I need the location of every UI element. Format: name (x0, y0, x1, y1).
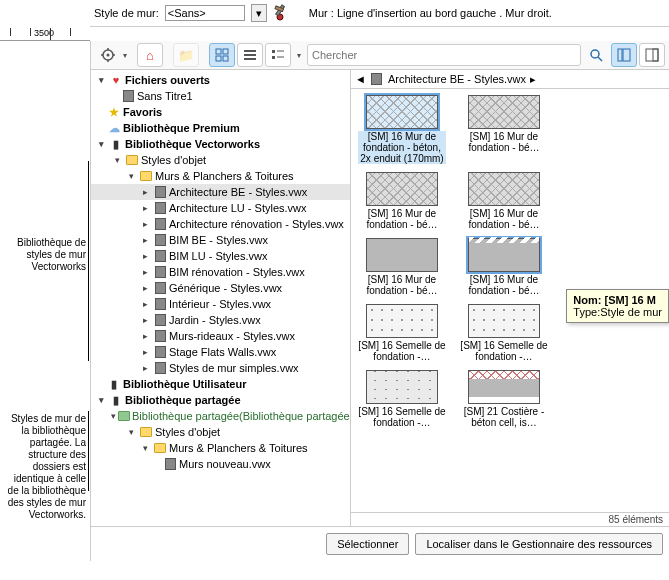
tree-vw-library[interactable]: ▾▮Bibliothèque Vectorworks (91, 136, 350, 152)
toggle-tree-button[interactable] (611, 43, 637, 67)
thumbnail[interactable]: [SM] 16 Mur de fondation - bé… (459, 95, 549, 164)
resource-browser: ▾ ⌂ 📁 ▾ (90, 41, 669, 561)
locate-button[interactable]: Localiser dans le Gestionnaire des resso… (415, 533, 663, 555)
thumbnail-swatch[interactable] (366, 370, 438, 404)
bracket-1 (88, 161, 89, 361)
tree-untitled[interactable]: Sans Titre1 (91, 88, 350, 104)
svg-rect-25 (653, 49, 658, 61)
home-button[interactable]: ⌂ (137, 43, 163, 67)
tree-file[interactable]: ▸Styles de mur simples.vwx (91, 360, 350, 376)
tree-object-styles[interactable]: ▾Styles d'objet (91, 152, 350, 168)
search-input[interactable] (307, 44, 581, 66)
tree-shared-styles[interactable]: ▾Styles d'objet (91, 424, 350, 440)
item-count: 85 éléments (351, 512, 669, 526)
tree-shared-file[interactable]: Murs nouveau.vwx (91, 456, 350, 472)
thumbnail-label: [SM] 16 Semelle de fondation -… (460, 340, 548, 362)
tree-shared-library[interactable]: ▾▮Bibliothèque partagée (91, 392, 350, 408)
thumbnail[interactable]: [SM] 21 Costière - béton cell, is… (459, 370, 549, 428)
tree-file[interactable]: ▸Jardin - Styles.vwx (91, 312, 350, 328)
tree-favorites[interactable]: ★Favoris (91, 104, 350, 120)
thumbnail-label: [SM] 16 Mur de fondation - bé… (358, 274, 446, 296)
tree-shared-sub[interactable]: ▾Bibliothèque partagée(Bibliothèque part… (91, 408, 350, 424)
doc-icon (163, 457, 177, 471)
tree-file[interactable]: ▸Intérieur - Styles.vwx (91, 296, 350, 312)
doc-icon (153, 185, 167, 199)
tree-shared-walls[interactable]: ▾Murs & Planchers & Toitures (91, 440, 350, 456)
thumbnail[interactable]: [SM] 16 Mur de fondation - béton, 2x end… (357, 95, 447, 164)
doc-icon (153, 233, 167, 247)
thumbnail-label: [SM] 16 Semelle de fondation -… (358, 340, 446, 362)
cloud-icon: ☁ (107, 121, 121, 135)
thumbnail-swatch[interactable] (366, 304, 438, 338)
status-text: Mur : Ligne d'insertion au bord gauche .… (309, 7, 552, 19)
annotation-2: Styles de mur de la bibliothèque partagé… (2, 413, 86, 521)
tree-file[interactable]: ▸BIM LU - Styles.vwx (91, 248, 350, 264)
svg-rect-18 (272, 56, 275, 59)
thumbnail[interactable]: [SM] 16 Semelle de fondation -… (459, 304, 549, 362)
thumbnail[interactable]: [SM] 16 Mur de fondation - bé… (357, 172, 447, 230)
wall-style-select[interactable] (165, 5, 245, 21)
wall-style-label: Style de mur: (94, 7, 159, 19)
prefs-icon[interactable] (273, 2, 295, 24)
thumbnail-swatch[interactable] (468, 172, 540, 206)
book-icon: ▮ (109, 137, 123, 151)
thumbnail-swatch[interactable] (468, 370, 540, 404)
view-grid-button[interactable] (209, 43, 235, 67)
thumbnail-label: [SM] 16 Mur de fondation - bé… (460, 208, 548, 230)
library-tree[interactable]: ▾♥Fichiers ouverts Sans Titre1 ★Favoris … (91, 70, 351, 526)
search-button[interactable] (583, 43, 609, 67)
thumbnails-grid[interactable]: [SM] 16 Mur de fondation - béton, 2x end… (351, 89, 669, 512)
tree-user-library[interactable]: ▮Bibliothèque Utilisateur (91, 376, 350, 392)
doc-icon (153, 281, 167, 295)
tree-premium[interactable]: ☁Bibliothèque Premium (91, 120, 350, 136)
thumbnail-swatch[interactable] (366, 95, 438, 129)
thumbnail-label: [SM] 16 Semelle de fondation -… (358, 406, 446, 428)
select-button[interactable]: Sélectionner (326, 533, 409, 555)
thumbnail[interactable]: [SM] 16 Mur de fondation - bé… (459, 172, 549, 230)
thumbnail-swatch[interactable] (366, 238, 438, 272)
breadcrumb[interactable]: ◄ Architecture BE - Styles.vwx ▸ (351, 70, 669, 89)
toggle-preview-button[interactable] (639, 43, 665, 67)
thumbnail-swatch[interactable] (468, 95, 540, 129)
tree-walls-category[interactable]: ▾Murs & Planchers & Toitures (91, 168, 350, 184)
crumb-text[interactable]: Architecture BE - Styles.vwx (388, 73, 526, 85)
svg-point-4 (107, 54, 110, 57)
doc-icon (370, 72, 384, 86)
thumbnail-label: [SM] 16 Mur de fondation - bé… (358, 208, 446, 230)
gear-menu-button[interactable] (95, 43, 121, 67)
doc-icon (153, 265, 167, 279)
thumbnail-swatch[interactable] (468, 238, 540, 272)
tree-open-files[interactable]: ▾♥Fichiers ouverts (91, 72, 350, 88)
tree-file[interactable]: ▸Stage Flats Walls.vwx (91, 344, 350, 360)
doc-icon (153, 329, 167, 343)
view-list-button[interactable] (237, 43, 263, 67)
thumbnail[interactable]: [SM] 16 Semelle de fondation -… (357, 370, 447, 428)
thumbnail[interactable]: [SM] 16 Mur de fondation - bé… (459, 238, 549, 296)
book-icon: ▮ (107, 377, 121, 391)
doc-icon (121, 89, 135, 103)
thumbnail-swatch[interactable] (468, 304, 540, 338)
folder-icon (118, 409, 130, 423)
tree-file[interactable]: ▸Générique - Styles.vwx (91, 280, 350, 296)
svg-rect-12 (223, 56, 228, 61)
thumbnail[interactable]: [SM] 16 Semelle de fondation -… (357, 304, 447, 362)
thumbnail-label: [SM] 16 Mur de fondation - bé… (460, 274, 548, 296)
folder-icon (125, 153, 139, 167)
tree-file[interactable]: ▸Architecture BE - Styles.vwx (91, 184, 350, 200)
bracket-2 (88, 411, 89, 491)
thumbnail[interactable]: [SM] 16 Mur de fondation - bé… (357, 238, 447, 296)
folder-icon (139, 169, 153, 183)
crumb-back-icon[interactable]: ◄ (355, 73, 366, 85)
tree-file[interactable]: ▸BIM BE - Styles.vwx (91, 232, 350, 248)
tree-file[interactable]: ▸Murs-rideaux - Styles.vwx (91, 328, 350, 344)
tree-file[interactable]: ▸BIM rénovation - Styles.vwx (91, 264, 350, 280)
tree-file[interactable]: ▸Architecture rénovation - Styles.vwx (91, 216, 350, 232)
wall-style-dropdown[interactable]: ▾ (251, 4, 267, 22)
ruler: 3500 (0, 27, 90, 41)
tree-file[interactable]: ▸Architecture LU - Styles.vwx (91, 200, 350, 216)
new-folder-button[interactable]: 📁 (173, 43, 199, 67)
open-files-icon: ♥ (109, 73, 123, 87)
crumb-fwd-icon[interactable]: ▸ (530, 73, 536, 86)
thumbnail-swatch[interactable] (366, 172, 438, 206)
view-detail-button[interactable] (265, 43, 291, 67)
